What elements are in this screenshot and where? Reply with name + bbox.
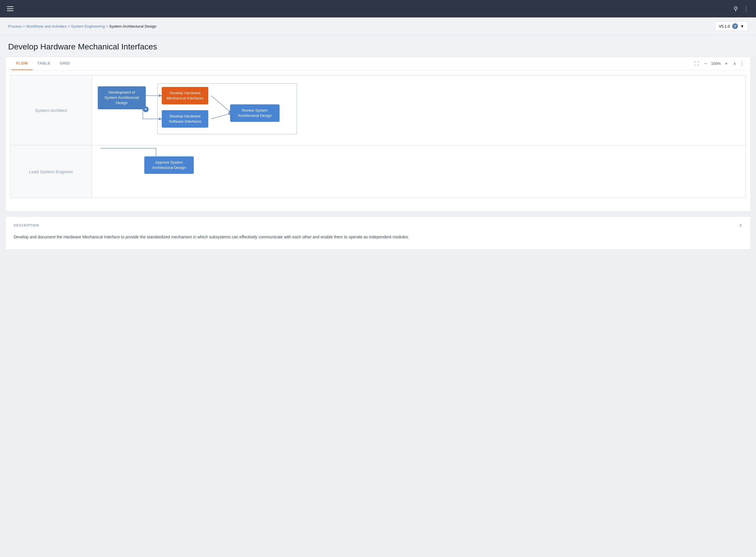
flow-more-icon[interactable]: ⋮ bbox=[740, 61, 745, 66]
node-develop-hw-software[interactable]: Develop Hardware Software Interfaces bbox=[162, 110, 208, 128]
lane-label-lead-system-engineer: Lead System Engineer bbox=[29, 169, 73, 174]
flow-bottom-spacer bbox=[5, 203, 751, 211]
lane-content-2: Approve System Architectural Design bbox=[92, 145, 746, 198]
breadcrumb-system-engineering[interactable]: System Engineering bbox=[71, 24, 105, 28]
description-card: DESCRIPTION ∧ Develop and document the H… bbox=[5, 216, 751, 250]
flow-card: FLOW TABLE GRID ⛶ − 100% + ∧ ⋮ bbox=[5, 57, 751, 212]
description-header: DESCRIPTION ∧ bbox=[14, 223, 742, 228]
top-navigation: ⚲ ⋮ bbox=[0, 0, 756, 18]
main-content: FLOW TABLE GRID ⛶ − 100% + ∧ ⋮ bbox=[0, 57, 756, 255]
breadcrumb-current: System Architectural Design bbox=[109, 24, 157, 28]
breadcrumb-bar: Process > Workflows and Activities > Sys… bbox=[0, 18, 756, 35]
page-title-area: Develop Hardware Mechanical Interfaces bbox=[0, 35, 756, 57]
tab-grid[interactable]: GRID bbox=[55, 57, 75, 70]
lane-content-1: Development of System Architectural Desi… bbox=[92, 75, 746, 145]
node-review-system-arch[interactable]: Review System Architectural Design bbox=[230, 105, 280, 122]
flow-diagram: System Architect bbox=[5, 70, 751, 203]
zoom-in-button[interactable]: + bbox=[723, 60, 730, 67]
page-title: Develop Hardware Mechanical Interfaces bbox=[8, 42, 748, 52]
tab-table[interactable]: TABLE bbox=[33, 57, 55, 70]
expand-icon[interactable]: ⛶ bbox=[694, 61, 699, 66]
zoom-control: − 100% + bbox=[702, 60, 730, 67]
description-text: Develop and document the Hardware Mechan… bbox=[14, 234, 742, 241]
zoom-out-button[interactable]: − bbox=[702, 60, 709, 67]
node-develop-hw-mechanical[interactable]: Develop Hardware Mechanical Interfaces bbox=[162, 87, 208, 105]
breadcrumb-process[interactable]: Process bbox=[8, 24, 22, 28]
node-add-icon[interactable]: + bbox=[143, 107, 149, 112]
lane-label-system-architect: System Architect bbox=[35, 108, 67, 113]
tabs-bar: FLOW TABLE GRID ⛶ − 100% + ∧ ⋮ bbox=[5, 57, 751, 70]
node-approve-system-arch[interactable]: Approve System Architectural Design bbox=[144, 156, 194, 174]
swim-lane-system-architect: System Architect bbox=[10, 75, 746, 145]
tab-flow[interactable]: FLOW bbox=[11, 57, 33, 70]
collapse-icon[interactable]: ∧ bbox=[733, 61, 736, 66]
version-badge: V bbox=[732, 23, 738, 29]
lane-label-col-1: System Architect bbox=[10, 75, 92, 145]
breadcrumb-workflows[interactable]: Workflows and Activities bbox=[26, 24, 66, 28]
version-selector[interactable]: V5.1.0 V ▼ bbox=[715, 22, 748, 31]
swim-lane-lead-system-engineer: Lead System Engineer bbox=[10, 145, 746, 198]
topnav-right: ⚲ ⋮ bbox=[734, 5, 749, 12]
zoom-level: 100% bbox=[711, 61, 721, 66]
topnav-left bbox=[7, 6, 13, 11]
tabs-right: ⛶ − 100% + ∧ ⋮ bbox=[694, 60, 745, 67]
tabs-left: FLOW TABLE GRID bbox=[11, 57, 75, 70]
chevron-down-icon: ▼ bbox=[740, 24, 744, 28]
breadcrumb: Process > Workflows and Activities > Sys… bbox=[8, 24, 157, 28]
node-development-system-arch[interactable]: Development of System Architectural Desi… bbox=[98, 86, 146, 109]
hamburger-menu-icon[interactable] bbox=[7, 6, 13, 11]
search-icon[interactable]: ⚲ bbox=[734, 5, 738, 12]
swim-lane-container: System Architect bbox=[10, 75, 746, 198]
lane-label-col-2: Lead System Engineer bbox=[10, 145, 92, 198]
description-title: DESCRIPTION bbox=[14, 224, 39, 227]
description-collapse-icon[interactable]: ∧ bbox=[739, 223, 742, 228]
version-label: V5.1.0 bbox=[719, 24, 730, 28]
more-vertical-icon[interactable]: ⋮ bbox=[743, 5, 749, 12]
